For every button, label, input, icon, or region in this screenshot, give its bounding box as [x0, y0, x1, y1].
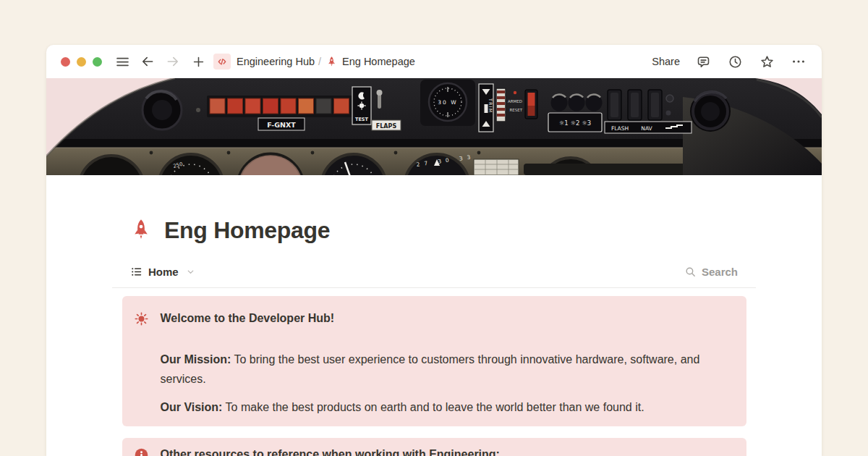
callout-body: Our Mission: To bring the best user expe…: [161, 350, 735, 417]
view-tab-bar: Home Search: [130, 262, 738, 281]
warning-lights-row: [207, 96, 353, 117]
tab-home[interactable]: Home: [130, 266, 195, 278]
window-minimize-button[interactable]: [77, 57, 86, 67]
cockpit-illustration: 250 27 30 33: [46, 78, 822, 175]
favorite-button[interactable]: [758, 53, 775, 70]
compass: 30 W: [420, 80, 475, 126]
toggle-switches: [608, 90, 662, 120]
updates-button[interactable]: [726, 53, 744, 70]
star-icon: [760, 54, 775, 69]
forward-arrow-icon: [166, 54, 180, 69]
svg-text:TEST: TEST: [355, 117, 369, 122]
app-window: Engineering Hub / Eng Homepage Share: [46, 45, 822, 456]
forward-button[interactable]: [164, 53, 182, 70]
chevron-down-icon: [186, 267, 195, 276]
tab-divider: [112, 287, 756, 288]
trim-indicator: TRIM: [479, 84, 493, 132]
topbar-actions: Share: [652, 53, 807, 70]
striped-indicator: [496, 88, 506, 122]
page-content: Eng Homepage Home Search: [46, 175, 822, 456]
tab-home-label: Home: [148, 266, 179, 278]
search-button[interactable]: Search: [684, 266, 738, 278]
page-title[interactable]: Eng Homepage: [164, 216, 330, 245]
callout-welcome[interactable]: Welcome to the Developer Hub! Our Missio…: [122, 296, 746, 426]
vision-paragraph[interactable]: Our Vision: To make the best products on…: [161, 397, 735, 417]
hamburger-icon: [115, 54, 130, 69]
right-socket: [690, 91, 731, 132]
svg-text:FLAPS: FLAPS: [376, 123, 397, 130]
registration-plate: F-GNXT: [258, 118, 305, 130]
svg-text:30 W: 30 W: [438, 99, 457, 106]
top-toolbar: Engineering Hub / Eng Homepage Share: [46, 45, 822, 78]
test-panel: TEST: [352, 87, 371, 124]
window-zoom-button[interactable]: [93, 57, 102, 67]
svg-text:RESET: RESET: [509, 108, 522, 112]
info-icon[interactable]: [134, 447, 149, 456]
comments-button[interactable]: [694, 53, 712, 70]
breadcrumb-parent[interactable]: Engineering Hub: [237, 56, 315, 67]
svg-text:ARMED: ARMED: [508, 99, 522, 104]
mission-paragraph[interactable]: Our Mission: To bring the best user expe…: [161, 350, 735, 389]
breadcrumb-current[interactable]: Eng Homepage: [342, 56, 415, 67]
breadcrumb: Engineering Hub / Eng Homepage: [213, 54, 415, 69]
search-icon: [684, 266, 697, 278]
rocket-icon: [326, 56, 337, 68]
comment-icon: [696, 54, 711, 69]
screenshot-root: { "colors": { "canvas_background": "#f7f…: [0, 0, 868, 456]
svg-text:☼1 ☼2 ☼3: ☼1 ☼2 ☼3: [559, 119, 592, 127]
light-knobs: ☼1 ☼2 ☼3: [548, 94, 603, 132]
ellipsis-icon: [791, 54, 807, 69]
sidebar-menu-button[interactable]: [114, 53, 131, 70]
new-page-button[interactable]: [190, 53, 207, 70]
clock-icon: [728, 54, 743, 69]
sun-icon[interactable]: [134, 311, 149, 326]
svg-text:TRIM: TRIM: [488, 98, 493, 114]
breadcrumb-workspace-item[interactable]: [213, 54, 231, 69]
svg-text:F-GNXT: F-GNXT: [267, 121, 296, 129]
svg-text:FLASH: FLASH: [611, 125, 629, 132]
search-label: Search: [702, 266, 738, 278]
back-arrow-icon: [140, 54, 155, 69]
callout-resources[interactable]: Other resources to reference when workin…: [122, 438, 746, 456]
rocket-icon: [130, 218, 152, 242]
callout-heading[interactable]: Other resources to reference when workin…: [161, 447, 500, 456]
plus-icon: [192, 55, 205, 69]
page-icon[interactable]: [130, 218, 152, 242]
code-icon: [216, 56, 228, 67]
breadcrumb-separator: /: [318, 56, 321, 67]
list-view-icon: [130, 266, 142, 278]
svg-text:NAV: NAV: [641, 125, 652, 132]
callout-heading[interactable]: Welcome to the Developer Hub!: [161, 311, 335, 326]
more-options-button[interactable]: [790, 53, 807, 70]
window-close-button[interactable]: [61, 57, 70, 67]
page-cover-image: 250 27 30 33: [46, 78, 822, 175]
share-button[interactable]: Share: [652, 56, 680, 67]
back-button[interactable]: [139, 53, 156, 70]
flash-nav-plate: FLASH NAV: [605, 122, 692, 133]
